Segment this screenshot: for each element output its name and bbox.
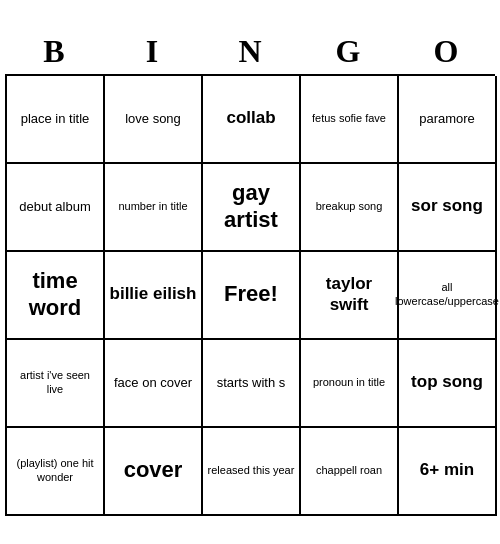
cell-r2-c2[interactable]: Free!: [203, 252, 301, 340]
bingo-grid: place in titlelove songcollabfetus sofie…: [5, 74, 495, 516]
cell-r3-c0[interactable]: artist i've seen live: [7, 340, 105, 428]
cell-r4-c1[interactable]: cover: [105, 428, 203, 516]
cell-r1-c3[interactable]: breakup song: [301, 164, 399, 252]
bingo-letter: O: [397, 33, 495, 70]
cell-r0-c3[interactable]: fetus sofie fave: [301, 76, 399, 164]
cell-r2-c1[interactable]: billie eilish: [105, 252, 203, 340]
cell-r0-c2[interactable]: collab: [203, 76, 301, 164]
cell-r2-c3[interactable]: taylor swift: [301, 252, 399, 340]
cell-r3-c3[interactable]: pronoun in title: [301, 340, 399, 428]
cell-r3-c1[interactable]: face on cover: [105, 340, 203, 428]
cell-r0-c4[interactable]: paramore: [399, 76, 497, 164]
cell-r3-c4[interactable]: top song: [399, 340, 497, 428]
cell-r0-c1[interactable]: love song: [105, 76, 203, 164]
bingo-letter: B: [5, 33, 103, 70]
cell-r1-c4[interactable]: sor song: [399, 164, 497, 252]
cell-r4-c0[interactable]: (playlist) one hit wonder: [7, 428, 105, 516]
cell-r2-c4[interactable]: all lowercase/uppercase: [399, 252, 497, 340]
cell-r0-c0[interactable]: place in title: [7, 76, 105, 164]
cell-r4-c3[interactable]: chappell roan: [301, 428, 399, 516]
cell-r2-c0[interactable]: time word: [7, 252, 105, 340]
bingo-card: BINGO place in titlelove songcollabfetus…: [5, 29, 495, 516]
bingo-letter: I: [103, 33, 201, 70]
bingo-letter: G: [299, 33, 397, 70]
cell-r1-c0[interactable]: debut album: [7, 164, 105, 252]
cell-r1-c1[interactable]: number in title: [105, 164, 203, 252]
cell-r4-c4[interactable]: 6+ min: [399, 428, 497, 516]
cell-r4-c2[interactable]: released this year: [203, 428, 301, 516]
cell-r3-c2[interactable]: starts with s: [203, 340, 301, 428]
bingo-header: BINGO: [5, 29, 495, 74]
cell-r1-c2[interactable]: gay artist: [203, 164, 301, 252]
bingo-letter: N: [201, 33, 299, 70]
